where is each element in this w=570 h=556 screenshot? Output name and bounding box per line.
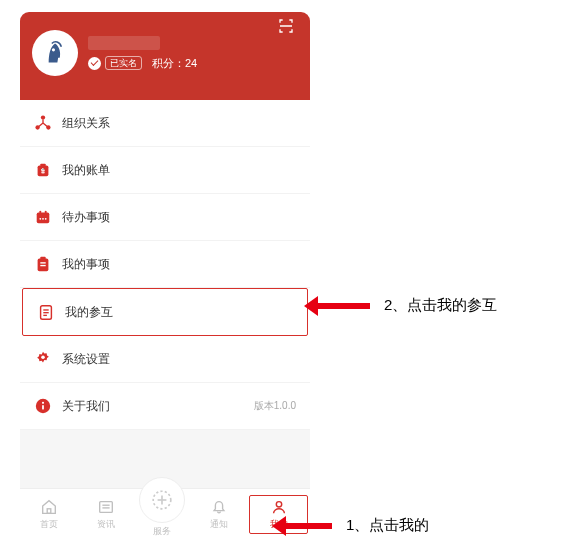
arrow-icon: [316, 303, 370, 309]
svg-point-1: [52, 48, 55, 51]
info-icon: [34, 397, 52, 415]
menu-item-label: 组织关系: [62, 115, 110, 132]
nav-label: 资讯: [97, 518, 115, 531]
menu-item-about[interactable]: 关于我们 版本1.0.0: [20, 383, 310, 430]
nav-service[interactable]: 服务: [134, 491, 190, 538]
menu-item-bill[interactable]: 我的账单: [20, 147, 310, 194]
nav-news[interactable]: 资讯: [77, 498, 134, 531]
scan-icon[interactable]: [278, 18, 294, 34]
nav-home[interactable]: 首页: [20, 498, 77, 531]
menu-item-myitem[interactable]: 我的事项: [20, 241, 310, 288]
mine-icon: [270, 498, 288, 516]
gear-icon: [34, 350, 52, 368]
menu-item-label: 我的账单: [62, 162, 110, 179]
news-icon: [97, 498, 115, 516]
svg-rect-26: [99, 502, 112, 513]
menu-item-label: 关于我们: [62, 398, 110, 415]
svg-point-10: [39, 218, 41, 220]
menu-item-settings[interactable]: 系统设置: [20, 336, 310, 383]
arrow-icon: [284, 523, 332, 529]
menu-item-org[interactable]: 组织关系: [20, 100, 310, 147]
realname-pill: 已实名: [105, 56, 142, 70]
annotation-text: 1、点击我的: [346, 516, 429, 535]
bottom-nav: 首页 资讯 服务 通知: [20, 488, 310, 540]
menu-item-label: 我的参互: [65, 304, 113, 321]
svg-rect-9: [45, 211, 47, 215]
svg-rect-15: [40, 262, 45, 263]
bill-icon: [34, 161, 52, 179]
menu-item-todo[interactable]: 待办事项: [20, 194, 310, 241]
svg-rect-16: [40, 265, 45, 266]
svg-rect-18: [43, 309, 48, 310]
svg-rect-24: [42, 405, 44, 410]
bell-icon: [210, 498, 228, 516]
svg-point-32: [276, 502, 281, 507]
svg-point-21: [41, 355, 45, 359]
annotation-step1: 1、点击我的: [284, 516, 429, 535]
svg-rect-20: [43, 315, 47, 316]
nav-label: 通知: [210, 518, 228, 531]
verified-check-icon: [88, 57, 101, 70]
menu-list: 组织关系 我的账单 待办事项 我的事项: [20, 100, 310, 430]
svg-rect-8: [39, 211, 41, 215]
canhui-icon: [37, 303, 55, 321]
annotation-step2: 2、点击我的参互: [316, 296, 497, 315]
clipboard-icon: [34, 255, 52, 273]
svg-point-11: [42, 218, 44, 220]
nav-label: 首页: [40, 518, 58, 531]
svg-point-12: [45, 218, 47, 220]
nav-notice[interactable]: 通知: [190, 498, 247, 531]
svg-rect-7: [37, 213, 50, 224]
avatar[interactable]: [32, 30, 78, 76]
org-icon: [34, 114, 52, 132]
profile-header: 已实名 积分：24: [20, 12, 310, 100]
plus-icon: [139, 477, 185, 523]
user-name-placeholder: [88, 36, 160, 50]
annotation-text: 2、点击我的参互: [384, 296, 497, 315]
menu-item-label: 我的事项: [62, 256, 110, 273]
version-label: 版本1.0.0: [254, 399, 296, 413]
svg-point-23: [42, 402, 44, 404]
menu-item-label: 待办事项: [62, 209, 110, 226]
svg-rect-6: [40, 164, 45, 167]
home-icon: [40, 498, 58, 516]
todo-icon: [34, 208, 52, 226]
points-label: 积分：24: [152, 56, 197, 71]
svg-point-2: [41, 115, 45, 119]
svg-rect-25: [47, 509, 51, 514]
svg-rect-14: [40, 257, 45, 261]
menu-item-label: 系统设置: [62, 351, 110, 368]
svg-rect-19: [43, 312, 48, 313]
nav-label: 服务: [153, 525, 171, 538]
menu-item-canhui[interactable]: 我的参互: [22, 288, 308, 336]
